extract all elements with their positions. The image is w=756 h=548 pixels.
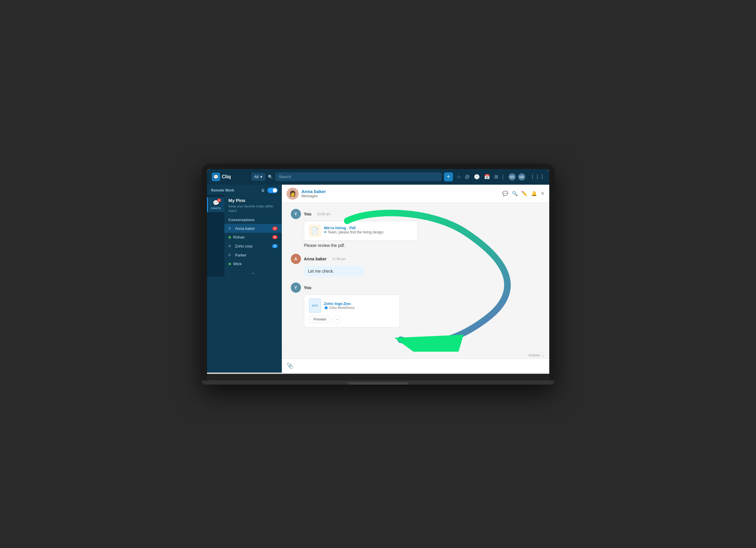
search-filter-dropdown[interactable]: All ▾: [251, 173, 265, 181]
workdrive-icon: 🔷: [324, 306, 328, 310]
main-content: Remote Work 🖥 💬 4: [207, 185, 549, 373]
app-name: Cliq: [222, 174, 231, 179]
top-bar: 💬 Cliq All ▾ 🔍 + ☆ @ 🕐 📅: [207, 169, 549, 185]
star-icon[interactable]: ☆: [457, 174, 461, 179]
grid-apps-icon[interactable]: ⋮⋮⋮: [530, 174, 544, 179]
conv-name-wick: Wick: [233, 261, 278, 266]
chat-contact-avatar: 👩: [287, 188, 299, 200]
chats-label: CHATS: [211, 207, 221, 210]
chats-badge: 4: [217, 198, 221, 202]
file-name-pdf: We're hiring . Pdf: [324, 226, 413, 230]
laptop-frame: 💬 Cliq All ▾ 🔍 + ☆ @ 🕐 📅: [202, 164, 555, 385]
conv-badge-anna: 2: [272, 226, 278, 230]
msg-sender-you-3: You: [304, 285, 311, 290]
grid-small-icon[interactable]: ⊞: [494, 174, 498, 179]
anna-bubble: Let me check.: [304, 266, 364, 277]
clock-icon[interactable]: 🕐: [474, 174, 480, 179]
msg-time-2: 11:06 am: [332, 257, 346, 261]
search-icon: 🔍: [268, 174, 273, 179]
conv-prefix-parker: #: [229, 252, 233, 257]
chat-contact-sub: Messages: [302, 194, 499, 198]
preview-button[interactable]: Preview: [309, 316, 331, 323]
doc-source: 🔷 Zoho WorkDrivce: [324, 306, 355, 310]
chat-search-icon[interactable]: 🔍: [512, 191, 518, 196]
sidebar-tabs: 💬 4 CHATS: [207, 195, 224, 277]
search-area: All ▾ 🔍 +: [251, 172, 453, 181]
actions-label[interactable]: Actions ⌄: [528, 353, 544, 357]
conv-dot-rohan: [229, 236, 231, 238]
message-sender-row-1: Y You 10:00 am: [291, 209, 540, 219]
sidebar-content: My Pins Keep your favorite chats within …: [224, 195, 282, 277]
file-desc-quote: ❝ Team, please find the hiring design.: [324, 230, 413, 236]
message-group-1: Y You 10:00 am 📄 We're hiring . Pdf: [291, 209, 540, 248]
msg-avatar-anna: A: [291, 254, 301, 264]
message-sender-row-3: Y You: [291, 283, 540, 293]
msg-avatar-you-1: Y: [291, 209, 301, 219]
file-card-pdf: 📄 We're hiring . Pdf ❝ Team, please find…: [304, 221, 418, 240]
sidebar-item-wick[interactable]: Wick: [224, 259, 282, 268]
actions-text: Actions: [528, 353, 540, 357]
message-body-2: Let me check.: [304, 266, 540, 277]
conv-name-zoho: Zoho corp: [235, 244, 270, 248]
input-area: 📎: [282, 359, 549, 373]
conversations-list: # Anna baker 2 Rohan 6: [224, 224, 282, 268]
chats-tab[interactable]: 💬 4 CHATS: [207, 197, 224, 212]
toggle-switch[interactable]: [267, 188, 278, 193]
conv-badge-zoho: 7: [272, 244, 278, 248]
doc-card-top: DOC Zoho logo.Doc 🔷 Zoho WorkDrivce: [309, 299, 395, 313]
app-window: 💬 Cliq All ▾ 🔍 + ☆ @ 🕐 📅: [207, 169, 549, 373]
conv-prefix-zoho: #: [229, 243, 233, 248]
sidebar-item-rohan[interactable]: Rohan 6: [224, 233, 282, 241]
laptop-screen: 💬 Cliq All ▾ 🔍 + ☆ @ 🕐 📅: [207, 169, 549, 380]
chevron-down-icon: ▾: [260, 174, 262, 179]
pdf-thumbnail: 📄: [309, 225, 321, 237]
workspace-label: Remote Work: [211, 188, 234, 192]
conv-badge-rohan: 6: [272, 235, 278, 239]
msg-sender-anna: Anna baker: [304, 256, 327, 261]
actions-bar: Actions ⌄: [282, 352, 549, 359]
add-button[interactable]: +: [444, 172, 453, 181]
calendar-icon[interactable]: 📅: [484, 174, 490, 179]
chat-close-icon[interactable]: ✕: [541, 191, 544, 196]
doc-actions: Preview ···: [309, 315, 395, 324]
mention-icon[interactable]: @: [465, 174, 470, 179]
avatar-group: U1 U2: [508, 173, 526, 181]
avatar-2: U2: [518, 173, 526, 181]
message-sender-row-2: A Anna baker 11:06 am: [291, 254, 540, 264]
file-card-inner: 📄 We're hiring . Pdf ❝ Team, please find…: [309, 225, 413, 237]
my-pins-section: My Pins Keep your favorite chats within …: [224, 195, 282, 215]
chat-icon[interactable]: 💬: [502, 191, 508, 196]
sidebar-collapse-btn[interactable]: ⌄: [224, 268, 282, 277]
chat-header: 👩 Anna baker Messages 💬 🔍 ✏️ 🔔 ✕: [282, 185, 549, 203]
message-group-2: A Anna baker 11:06 am Let me check.: [291, 254, 540, 277]
sidebar-item-anna-baker[interactable]: # Anna baker 2: [224, 224, 282, 233]
sidebar-flex: 💬 4 CHATS My Pins Keep your favorite cha…: [207, 195, 282, 277]
my-pins-subtitle: Keep your favorite chats within reach: [229, 204, 278, 213]
message-group-3: Y You DOC Z: [291, 283, 540, 328]
more-options-button[interactable]: ···: [333, 315, 341, 324]
monitor-icon[interactable]: 🖥: [261, 188, 265, 193]
chat-bell-icon[interactable]: 🔔: [531, 191, 537, 196]
conv-name: Anna baker: [235, 226, 270, 231]
sidebar: Remote Work 🖥 💬 4: [207, 185, 282, 373]
cliq-logo-icon: 💬: [212, 173, 220, 181]
chat-header-actions: 💬 🔍 ✏️ 🔔 ✕: [502, 191, 544, 196]
file-desc-text: Team, please find the hiring design.: [328, 230, 384, 234]
doc-source-text: Zoho WorkDrivce: [329, 306, 355, 310]
avatar-1: U1: [508, 173, 516, 181]
chat-contact-name: Anna baker: [302, 189, 499, 194]
conversations-header: Conversations: [224, 215, 282, 224]
conv-prefix-hash: #: [229, 226, 233, 231]
search-input[interactable]: [275, 172, 442, 181]
top-icons: ☆ @ 🕐 📅 ⊞ | U1 U2 ⋮⋮⋮: [457, 173, 544, 181]
attach-icon[interactable]: 📎: [287, 363, 293, 369]
msg-sender-you-1: You: [304, 211, 311, 216]
sidebar-item-zoho-corp[interactable]: # Zoho corp 7: [224, 241, 282, 250]
conv-dot-wick: [229, 263, 231, 265]
message-body-1: 📄 We're hiring . Pdf ❝ Team, please find…: [304, 221, 540, 248]
conv-name-rohan: Rohan: [233, 235, 270, 239]
chat-area: 👩 Anna baker Messages 💬 🔍 ✏️ 🔔 ✕: [282, 185, 549, 373]
doc-info: Zoho logo.Doc 🔷 Zoho WorkDrivce: [324, 302, 355, 310]
chat-edit-icon[interactable]: ✏️: [521, 191, 527, 196]
sidebar-item-parker[interactable]: # Parker: [224, 250, 282, 259]
